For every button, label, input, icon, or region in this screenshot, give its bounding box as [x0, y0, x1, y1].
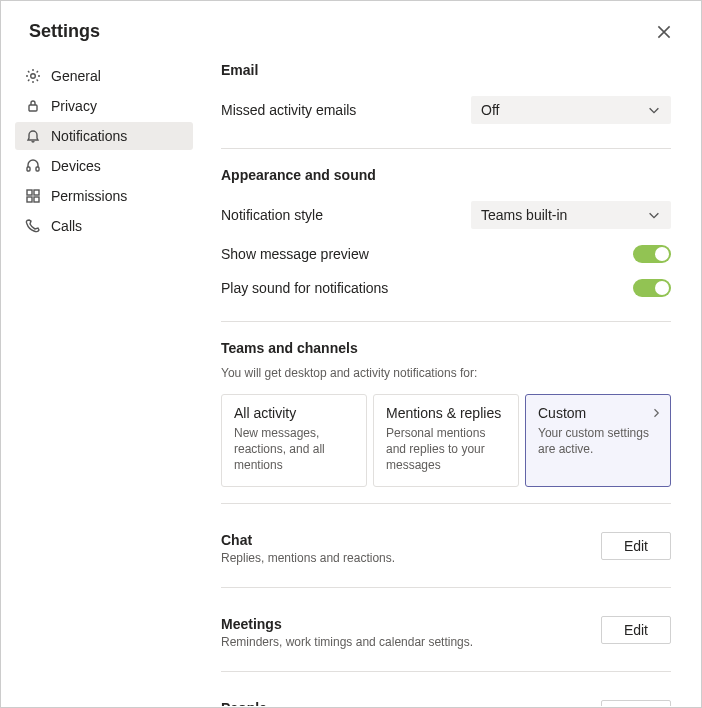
notification-style-dropdown[interactable]: Teams built-in — [471, 201, 671, 229]
chat-edit-button[interactable]: Edit — [601, 532, 671, 560]
card-title: All activity — [234, 405, 354, 421]
main-content: Email Missed activity emails Off Appeara… — [193, 62, 691, 706]
sidebar-item-general[interactable]: General — [15, 62, 193, 90]
play-sound-toggle[interactable] — [633, 279, 671, 297]
sidebar-item-label: General — [51, 68, 101, 84]
sidebar-item-label: Notifications — [51, 128, 127, 144]
show-preview-label: Show message preview — [221, 246, 369, 262]
card-all-activity[interactable]: All activity New messages, reactions, an… — [221, 394, 367, 487]
chat-desc: Replies, mentions and reactions. — [221, 551, 395, 565]
missed-emails-dropdown[interactable]: Off — [471, 96, 671, 124]
svg-rect-1 — [29, 105, 37, 111]
people-title: People — [221, 700, 304, 706]
missed-emails-label: Missed activity emails — [221, 102, 356, 118]
sidebar-item-privacy[interactable]: Privacy — [15, 92, 193, 120]
play-sound-label: Play sound for notifications — [221, 280, 388, 296]
sidebar-item-label: Permissions — [51, 188, 127, 204]
chevron-down-icon — [647, 208, 661, 222]
divider — [221, 671, 671, 672]
lock-icon — [25, 98, 41, 114]
sidebar-item-calls[interactable]: Calls — [15, 212, 193, 240]
svg-rect-5 — [34, 190, 39, 195]
page-title: Settings — [29, 21, 100, 42]
notification-style-label: Notification style — [221, 207, 323, 223]
card-desc: Your custom settings are active. — [538, 425, 658, 457]
sidebar: General Privacy Notifications Devices Pe… — [15, 62, 193, 706]
meetings-desc: Reminders, work timings and calendar set… — [221, 635, 473, 649]
sidebar-item-permissions[interactable]: Permissions — [15, 182, 193, 210]
card-custom[interactable]: Custom Your custom settings are active. — [525, 394, 671, 487]
chevron-down-icon — [647, 103, 661, 117]
teams-subtitle: You will get desktop and activity notifi… — [221, 366, 671, 380]
svg-rect-6 — [27, 197, 32, 202]
card-desc: New messages, reactions, and all mention… — [234, 425, 354, 474]
sidebar-item-label: Calls — [51, 218, 82, 234]
divider — [221, 503, 671, 504]
divider — [221, 148, 671, 149]
phone-icon — [25, 218, 41, 234]
sidebar-item-label: Privacy — [51, 98, 97, 114]
people-edit-button[interactable]: Edit — [601, 700, 671, 706]
sidebar-item-devices[interactable]: Devices — [15, 152, 193, 180]
svg-rect-2 — [27, 167, 30, 171]
card-desc: Personal mentions and replies to your me… — [386, 425, 506, 474]
dropdown-value: Teams built-in — [481, 207, 567, 223]
bell-icon — [25, 128, 41, 144]
email-section-title: Email — [221, 62, 671, 78]
sidebar-item-notifications[interactable]: Notifications — [15, 122, 193, 150]
apps-icon — [25, 188, 41, 204]
chat-title: Chat — [221, 532, 395, 548]
divider — [221, 321, 671, 322]
show-preview-toggle[interactable] — [633, 245, 671, 263]
headset-icon — [25, 158, 41, 174]
dropdown-value: Off — [481, 102, 499, 118]
card-mentions-replies[interactable]: Mentions & replies Personal mentions and… — [373, 394, 519, 487]
svg-rect-4 — [27, 190, 32, 195]
meetings-title: Meetings — [221, 616, 473, 632]
close-icon[interactable] — [655, 23, 673, 41]
card-title: Mentions & replies — [386, 405, 506, 421]
appearance-section-title: Appearance and sound — [221, 167, 671, 183]
card-title: Custom — [538, 405, 658, 421]
divider — [221, 587, 671, 588]
svg-rect-3 — [36, 167, 39, 171]
svg-rect-7 — [34, 197, 39, 202]
gear-icon — [25, 68, 41, 84]
chevron-right-icon — [650, 407, 662, 419]
teams-section-title: Teams and channels — [221, 340, 671, 356]
sidebar-item-label: Devices — [51, 158, 101, 174]
meetings-edit-button[interactable]: Edit — [601, 616, 671, 644]
svg-point-0 — [31, 74, 36, 79]
